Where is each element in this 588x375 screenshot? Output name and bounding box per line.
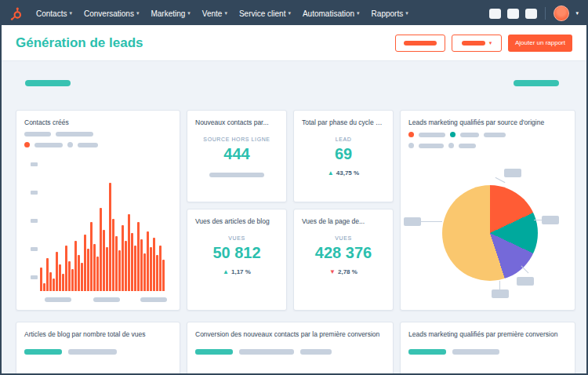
bar	[112, 219, 114, 291]
chart-legend	[401, 143, 575, 148]
page-title: Génération de leads	[16, 35, 143, 51]
pie-label-skeleton	[492, 289, 509, 298]
date-filter-skeleton[interactable]	[25, 80, 71, 86]
card-blog-total-views[interactable]: Articles de blog par nombre total de vue…	[16, 322, 180, 375]
nav-tool-icon[interactable]	[525, 9, 537, 19]
card-title: Leads marketing qualifiés par première c…	[401, 322, 575, 338]
chevron-down-icon: ▾	[357, 10, 360, 16]
bar	[156, 255, 158, 291]
bar	[159, 246, 162, 291]
y-axis-skeleton	[31, 191, 38, 195]
bar	[106, 247, 108, 291]
bar	[109, 183, 111, 291]
bar	[150, 247, 152, 291]
card-contacts-created[interactable]: Contacts créés	[16, 110, 180, 311]
card-new-contacts[interactable]: Nouveaux contacts par... SOURCE HORS LIG…	[187, 110, 287, 202]
comparison-skeleton	[209, 173, 264, 177]
chevron-down-icon: ▾	[69, 10, 72, 16]
pie-connector-line	[534, 220, 542, 220]
owner-filter-skeleton[interactable]	[514, 80, 559, 86]
nav-tool-icon[interactable]	[507, 9, 519, 19]
avatar[interactable]	[554, 5, 569, 21]
nav-item-vente[interactable]: Vente▾	[202, 9, 227, 18]
nav-item-automatisation[interactable]: Automatisation▾	[303, 9, 360, 18]
bar	[62, 274, 64, 291]
x-axis-skeleton	[93, 297, 120, 302]
bar	[128, 214, 130, 291]
triangle-down-icon: ▼	[329, 268, 336, 275]
metric-delta: ▼ 2,78 %	[329, 268, 358, 275]
card-lifecycle-total[interactable]: Total par phase du cycle de... LEAD 69 ▲…	[293, 110, 394, 202]
page-header: Génération de leads ▾ Ajouter un rapport	[2, 25, 586, 61]
card-title: Nouveaux contacts par...	[187, 111, 286, 126]
add-report-button[interactable]: Ajouter un rapport	[508, 35, 572, 52]
y-axis-skeleton	[31, 162, 38, 166]
pie-label-skeleton	[504, 169, 521, 177]
contacts-bar-chart	[40, 173, 170, 291]
bar	[153, 238, 155, 291]
card-leads-first-conversion[interactable]: Leads marketing qualifiés par première c…	[400, 322, 575, 375]
bar	[103, 230, 105, 291]
chevron-down-icon: ▾	[224, 10, 227, 16]
nav-item-conversations[interactable]: Conversations▾	[84, 9, 139, 18]
legend-dot	[450, 132, 456, 137]
bar	[143, 253, 146, 291]
nav-item-rapports[interactable]: Rapports▾	[372, 9, 408, 18]
pie-chart	[442, 185, 538, 281]
triangle-up-icon: ▲	[328, 169, 334, 177]
bar	[96, 257, 99, 291]
nav-item-label: Marketing	[151, 9, 185, 18]
chevron-down-icon: ▾	[136, 10, 140, 16]
bar	[40, 268, 42, 291]
nav-item-contacts[interactable]: Contacts▾	[36, 9, 72, 18]
y-axis-skeleton	[31, 219, 38, 223]
chevron-down-icon: ▾	[288, 10, 291, 16]
dashboard-actions-dropdown[interactable]: ▾	[452, 35, 502, 52]
y-axis-skeleton	[31, 247, 38, 251]
chart-legend	[16, 349, 180, 355]
pie-connector-line	[495, 177, 506, 183]
bar	[140, 239, 143, 291]
metric-label: SOURCE HORS LIGNE	[203, 137, 270, 142]
bar	[71, 269, 74, 291]
bar	[90, 222, 93, 291]
nav-item-marketing[interactable]: Marketing▾	[151, 9, 190, 18]
bar	[59, 264, 61, 291]
metric-value: 428 376	[315, 244, 372, 262]
nav-item-label: Vente	[202, 9, 223, 18]
nav-item-service-client[interactable]: Service client▾	[239, 9, 291, 18]
card-title: Total par phase du cycle de...	[294, 111, 393, 126]
metric-label: LEAD	[336, 137, 352, 142]
dashboard-filter-button[interactable]	[395, 35, 445, 52]
hubspot-logo-icon[interactable]	[9, 7, 23, 20]
bar	[93, 244, 96, 291]
bar	[68, 261, 71, 291]
bar	[84, 235, 86, 291]
chart-legend	[401, 132, 575, 137]
pie-connector-line	[421, 221, 442, 222]
x-axis-skeleton	[140, 297, 167, 302]
legend-dot	[67, 142, 73, 147]
bar	[100, 208, 102, 291]
card-conversion[interactable]: Conversion des nouveaux contacts par la …	[187, 322, 394, 375]
bar	[81, 263, 83, 291]
card-title: Articles de blog par nombre total de vue…	[16, 322, 180, 338]
nav-divider	[545, 7, 546, 20]
bar	[65, 246, 67, 291]
chevron-down-icon: ▾	[187, 10, 191, 16]
chevron-down-icon[interactable]: ▾	[575, 10, 579, 16]
card-leads-by-source[interactable]: Leads marketing qualifiés par source d'o…	[400, 110, 575, 311]
metric-value: 69	[335, 145, 352, 163]
delta-value: 2,78 %	[338, 268, 358, 275]
card-blog-views[interactable]: Vues des articles de blog VUES 50 812 ▲ …	[187, 209, 287, 311]
legend-dot	[408, 143, 414, 148]
hubspot-dashboard-window: Contacts▾ Conversations▾ Marketing▾ Vent…	[0, 0, 588, 375]
bar	[87, 249, 89, 291]
nav-tool-icon[interactable]	[489, 9, 501, 19]
chart-legend	[16, 142, 180, 147]
bar	[46, 258, 49, 291]
bar	[49, 272, 52, 291]
card-page-views[interactable]: Vues de la page de... VUES 428 376 ▼ 2,7…	[293, 209, 394, 311]
bar	[122, 225, 124, 291]
metric-delta: ▲ 1,17 %	[223, 268, 251, 275]
